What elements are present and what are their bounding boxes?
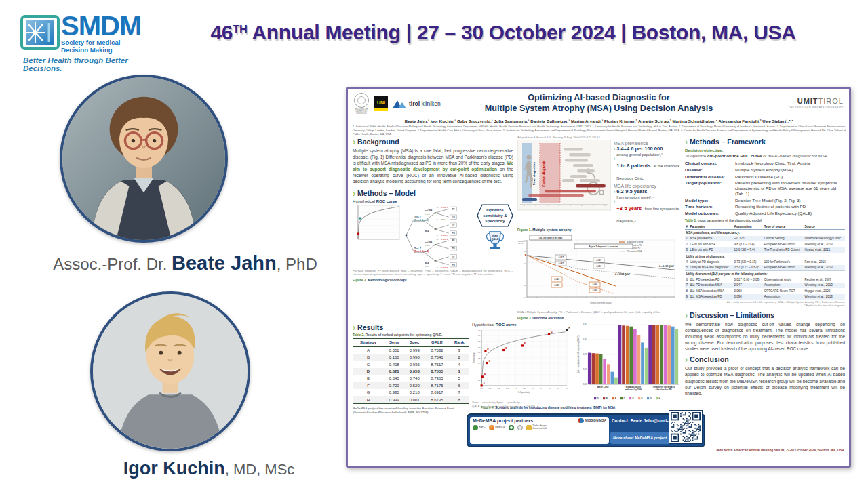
chart-text: not MSA [425,241,432,244]
chart-text: 0.4 [515,388,517,390]
chart-text: B [606,397,608,400]
cell: 4 [449,361,469,368]
cell: Reuther et al., 2007 [804,277,845,282]
chart-text: T+ [436,254,438,256]
cell: 0.999 [384,396,404,403]
possible-msa-pill [522,198,537,201]
symptom-pill [573,164,593,167]
cell: Utility at MSA late diagnosis* [689,265,733,271]
table-header-row: StrategySensSpecQALERank [353,339,469,347]
bar-H [675,329,678,384]
legend-swatch [647,397,649,399]
chart-text: HEALTH [518,243,524,244]
chart-text: -0.017 [558,256,564,259]
framework-value: Innsbruck Neurology Clinic, Tirol, Austr… [735,161,810,166]
chart-text: T+ [436,239,438,241]
chart-text: F [641,397,642,400]
university-seal-icon [354,93,369,108]
chevron-icon: › [685,310,688,320]
symptom-pill [564,148,583,151]
prevalence-detail: among general population¹,² [616,152,663,157]
chart-text: 8,80 [583,338,587,341]
chevron-icon: › [685,137,688,147]
chart-text: effective for PD [656,388,673,391]
section-heading-methods-model: ›Methods – Model [353,189,513,197]
mission-msa-label: MISSION MSA [585,419,606,422]
chart-text: 1 [536,299,538,301]
svg-text:sensitivity &: sensitivity & [483,214,507,218]
chart-text: QALE – quality-adjusted life expectancy … [577,336,580,373]
chart-text: 2 [546,299,547,301]
background-text: Multiple system atrophy (MSA) is a rare … [353,148,513,185]
chart-text: 11 [635,299,637,301]
cell: 0.935 [404,361,425,368]
msa-prevalence-block: MSA prevalence ›3.4–4.6 per 100.000among… [614,140,680,226]
chevron-icon: › [353,323,355,333]
framework-row: Target population:Patients presenting wi… [685,180,845,196]
discussion-text: We demonstrate how diagnostic cut-off va… [685,321,845,352]
slide-canvas: SMDM Society for Medical Decision Making… [0,0,868,488]
cell: ΔU: PD treated as MSA [689,283,733,288]
chart-text: 0.9 [478,335,481,337]
bar-B [592,353,595,384]
chart-text: 10 [625,299,627,301]
cell: 0.408 [384,361,404,368]
qr-code [669,410,703,444]
chart-text: T+ [436,223,438,225]
framework-value: Multiple System Atrophy (MSA) [735,167,793,173]
chart-text: 0.7 [540,388,542,390]
svg-text:QALE: QALE [491,237,498,240]
decision-tree-diagram: Test, T(Sens 1, Spec 1)not MSA1-PrevT+1-… [404,204,475,268]
cell: 0.160 [384,354,404,361]
data-point-F [521,344,524,346]
legend-swatch [594,397,596,399]
chart-text: At year 5 diagnosis is corrected [589,245,618,248]
input-parameters-table: #ParameterAssumptionType of sourceSource… [685,224,845,300]
cell: 0.060 [733,288,763,293]
figure3-caption-label: Figure 3. [517,316,532,320]
diagnosis-delay-value: ~3-5 years [616,205,642,211]
chart-text: F [524,342,526,345]
speaker2-name: Igor Kuchin [123,458,225,479]
svg-text:Optimize: Optimize [486,208,504,212]
framework-label: Differential disease: [685,174,735,180]
column-header: Assumption [733,224,763,230]
scatter-note-line1: Sens – sensitivity; Spec – specificity; [472,401,521,404]
poster-header: MEDIZINISCHE UNIVERSITÄT INNSBRUCK UNI t… [348,89,849,134]
bar-B [622,325,625,384]
results-block: ›Results Table 2. Results of ranked cut … [353,322,469,415]
speaker-name-beate-jahn: Assoc.-Prof. Dr. Beate Jahn, PhD [12,252,358,274]
framework-value: Patients presenting with movement disord… [735,180,845,196]
meeting-footer-line: 46th North American Annual Meeting SMDM,… [716,449,844,452]
chart-text: DEATH [518,295,524,296]
table-row: F0.7200.5208.71756 [353,382,469,389]
speaker-photo-igor-kuchin [90,291,250,451]
section-heading-methods-framework: ›Methods – Framework [685,138,845,146]
figure2-caption: Figure 2. Methodological concept [353,278,513,282]
chart-text: D [597,397,599,400]
cell: 6 [449,382,469,389]
data-point-C [486,362,488,364]
chart-text: H [658,397,660,400]
chart-text: MSA [425,262,429,265]
cell: Clinical Setting [763,236,804,241]
cell: The Trondheim PD Cohort [763,247,804,253]
data-point-A [481,384,483,386]
chart-text: 1.0 [478,329,481,331]
figure4-caption-text: Scenario analysis for introducing diseas… [495,406,615,409]
chart-text: 1-Prev [425,245,430,247]
life-expectancy-item: ›~3-5 years from first symptom to diagno… [614,201,680,225]
bar-C [629,327,633,384]
uni-graz-logo: UNI [374,96,388,111]
table2-caption-text: Results of ranked cut points for optimiz… [366,333,443,337]
column-header: Strategy [353,339,384,347]
table1-footnote-line2: * Applied to the time of re-diagnosis [804,304,845,307]
results-table: StrategySensSpecQALERankA0.0010.9998.753… [353,338,469,404]
chart-text: 0.6 [532,388,534,390]
column-header: Sens [384,339,404,347]
roc-scatter-block: Hypothetical ROC curve 0.00.00.10.10.20.… [472,322,574,415]
column-header: Rank [449,339,469,347]
cell: Hustad et al., 2021 [804,247,845,253]
table-row: 6ΔU: PD treated as PD0.017 (0.00 – 0.03)… [685,277,845,282]
framework-label: Clinical context: [685,161,735,166]
